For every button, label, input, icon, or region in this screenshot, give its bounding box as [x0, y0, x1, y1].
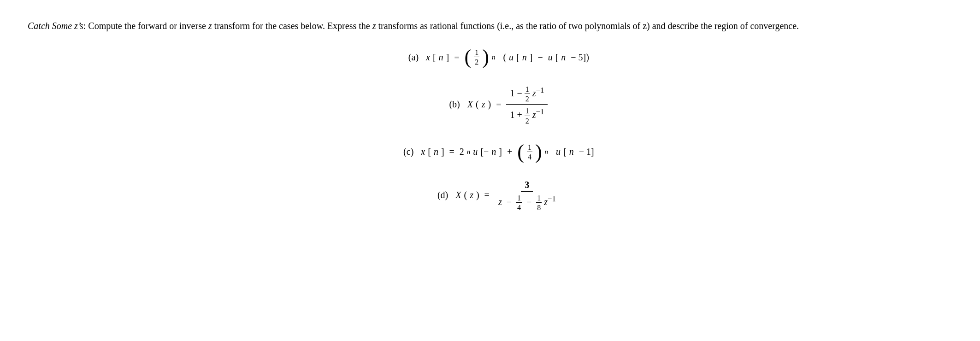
problem-a-content: x[n] = ( 1 2 ) n ( u [ n ] − u [ n − 5]): [426, 47, 589, 67]
intro-paragraph: Catch Some z’s: Compute the forward or i…: [28, 18, 950, 33]
problem-c-label: (c): [386, 147, 413, 157]
problem-b: (b) X ( z ) = 1 − 1 2 z−1 1 +: [28, 84, 952, 125]
problem-c-content: x [ n ] = 2 n u [− n ] + ( 1 4 ) n u [ n…: [421, 142, 594, 162]
problem-a-lhs: x: [426, 52, 430, 63]
frac-half-a: 1 2: [474, 48, 479, 66]
problem-a-label: (a): [391, 52, 419, 63]
problem-d-label: (d): [420, 190, 448, 200]
problem-b-label: (b): [432, 99, 460, 110]
frac-quarter-c: 1 4: [527, 143, 532, 161]
problem-c: (c) x [ n ] = 2 n u [− n ] + ( 1 4 ) n u…: [28, 142, 952, 162]
frac-b: 1 − 1 2 z−1 1 + 1 2 z−1: [506, 84, 548, 125]
problem-d-content: X ( z ) = 3 z − 1 4 − 1: [455, 179, 560, 212]
problem-b-content: X ( z ) = 1 − 1 2 z−1 1 + 1 2: [467, 84, 548, 125]
problems-container: (a) x[n] = ( 1 2 ) n ( u [ n ] − u [ n −…: [28, 47, 952, 212]
title-text: Catch Some z’s: [28, 21, 83, 31]
intro-colon: : Compute the forward or inverse z trans…: [83, 21, 799, 31]
frac-d: 3 z − 1 4 − 1 8 z−1: [495, 179, 560, 212]
title-italic: Catch Some z’s: [28, 21, 83, 31]
problem-a: (a) x[n] = ( 1 2 ) n ( u [ n ] − u [ n −…: [28, 47, 952, 67]
problem-d: (d) X ( z ) = 3 z − 1 4 −: [28, 179, 952, 212]
